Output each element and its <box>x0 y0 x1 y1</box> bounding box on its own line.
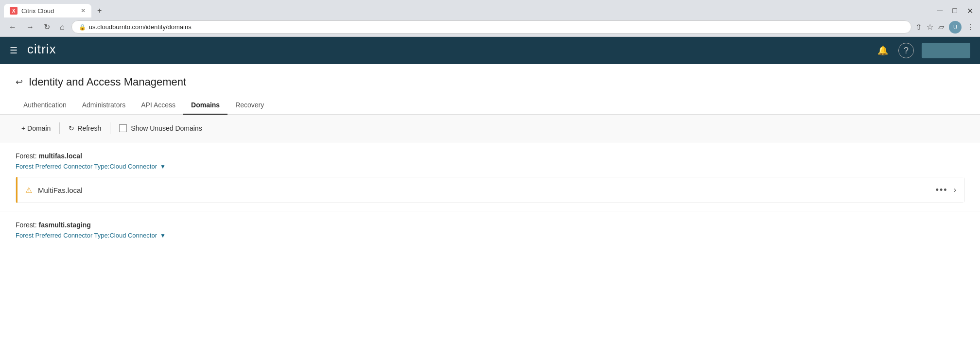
refresh-button[interactable]: ↻ Refresh <box>63 121 107 135</box>
domains-toolbar: + Domain ↻ Refresh Show Unused Domains <box>0 115 980 142</box>
forest-1-label: Forest: multifas.local <box>16 152 964 160</box>
bookmark-icon[interactable]: ☆ <box>927 22 933 32</box>
domain-more-button[interactable]: ••• <box>936 185 948 195</box>
tabs-bar: Authentication Administrators API Access… <box>0 96 980 115</box>
notifications-button[interactable]: 🔔 <box>875 43 891 58</box>
tab-close-button[interactable]: ✕ <box>81 7 86 14</box>
share-icon[interactable]: ⇧ <box>915 22 922 32</box>
help-button[interactable]: ? <box>898 43 914 58</box>
bell-icon: 🔔 <box>877 45 888 56</box>
forest-1-connector-label: Forest Preferred Connector Type:Cloud Co… <box>16 163 157 170</box>
domain-name: MultiFas.local <box>38 186 936 194</box>
sidebar-icon[interactable]: ▱ <box>938 22 944 32</box>
user-avatar[interactable] <box>922 43 970 58</box>
tab-api-access[interactable]: API Access <box>133 96 183 115</box>
url-bar[interactable]: 🔒 us.cloudburrito.com/identity/domains <box>71 20 911 34</box>
forest-section-1: Forest: multifas.local Forest Preferred … <box>0 142 980 203</box>
refresh-icon: ↻ <box>69 124 74 132</box>
browser-chrome: X Citrix Cloud ✕ + ─ □ ✕ ← → ↻ ⌂ 🔒 us.cl… <box>0 0 980 37</box>
forest-1-domain-list: ⚠ MultiFas.local ••• › <box>16 177 964 203</box>
show-unused-domains-checkbox[interactable] <box>119 124 127 132</box>
browser-titlebar: X Citrix Cloud ✕ + ─ □ ✕ <box>0 0 980 17</box>
tab-administrators[interactable]: Administrators <box>74 96 133 115</box>
tab-authentication[interactable]: Authentication <box>16 96 74 115</box>
tab-recovery[interactable]: Recovery <box>228 96 272 115</box>
forest-2-name: fasmulti.staging <box>38 221 90 229</box>
forest-2-connector[interactable]: Forest Preferred Connector Type:Cloud Co… <box>16 232 964 239</box>
forest-section-2: Forest: fasmulti.staging Forest Preferre… <box>0 211 980 239</box>
tab-domains[interactable]: Domains <box>183 96 228 115</box>
citrix-logo: citrix <box>27 42 875 59</box>
page-header: ↩ Identity and Access Management <box>0 64 980 88</box>
svg-text:citrix: citrix <box>27 42 56 56</box>
home-nav-button[interactable]: ⌂ <box>57 21 68 33</box>
tab-title: Citrix Cloud <box>21 7 54 15</box>
minimize-button[interactable]: ─ <box>934 5 945 16</box>
forest-1-name: multifas.local <box>38 152 82 160</box>
maximize-button[interactable]: □ <box>949 5 960 16</box>
toolbar-divider-2 <box>110 122 110 134</box>
profile-icon[interactable]: U <box>949 21 962 34</box>
hamburger-menu-button[interactable]: ☰ <box>10 45 18 56</box>
menu-icon[interactable]: ⋮ <box>966 22 974 32</box>
browser-right-icons: ⇧ ☆ ▱ U ⋮ <box>915 21 974 34</box>
tab-favicon: X <box>10 7 18 15</box>
forest-2-connector-label: Forest Preferred Connector Type:Cloud Co… <box>16 232 157 239</box>
domain-expand-button[interactable]: › <box>954 186 956 194</box>
back-button[interactable]: ↩ <box>16 77 23 87</box>
app-header: ☰ citrix 🔔 ? <box>0 37 980 64</box>
forward-nav-button[interactable]: → <box>23 21 37 33</box>
reload-nav-button[interactable]: ↻ <box>41 21 53 33</box>
window-controls: ─ □ ✕ <box>934 5 976 17</box>
forest-2-chevron-icon: ▼ <box>160 232 166 239</box>
forest-1-connector[interactable]: Forest Preferred Connector Type:Cloud Co… <box>16 163 964 170</box>
back-nav-button[interactable]: ← <box>6 21 19 33</box>
warning-icon: ⚠ <box>25 186 32 195</box>
page-content: ↩ Identity and Access Management Authent… <box>0 64 980 342</box>
domain-row-actions: ••• › <box>936 185 956 195</box>
forest-2-label: Forest: fasmulti.staging <box>16 221 964 229</box>
forest-1-chevron-icon: ▼ <box>160 163 166 170</box>
close-button[interactable]: ✕ <box>964 5 976 17</box>
new-tab-button[interactable]: + <box>93 4 105 17</box>
browser-addressbar: ← → ↻ ⌂ 🔒 us.cloudburrito.com/identity/d… <box>0 17 980 36</box>
lock-icon: 🔒 <box>79 24 86 31</box>
toolbar-divider-1 <box>59 122 60 134</box>
help-icon: ? <box>904 46 909 56</box>
page-title: Identity and Access Management <box>29 76 186 88</box>
active-tab[interactable]: X Citrix Cloud ✕ <box>4 4 91 17</box>
table-row: ⚠ MultiFas.local ••• › <box>16 177 964 203</box>
url-text: us.cloudburrito.com/identity/domains <box>89 23 904 31</box>
show-unused-domains-label[interactable]: Show Unused Domains <box>113 121 208 135</box>
header-icons: 🔔 ? <box>875 43 970 58</box>
add-domain-button[interactable]: + Domain <box>16 121 56 135</box>
